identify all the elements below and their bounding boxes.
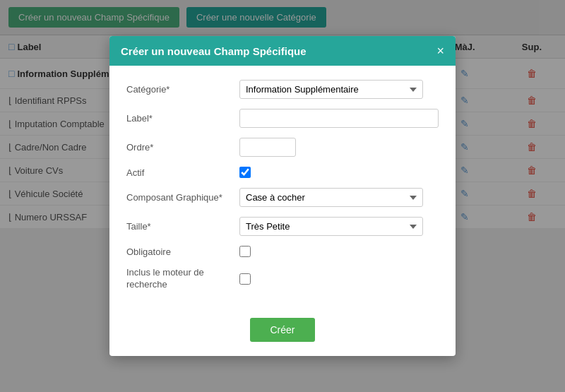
- select-taille[interactable]: Très Petite: [239, 217, 423, 229]
- select-composant[interactable]: Case à cocher: [239, 188, 423, 207]
- modal-overlay: Créer un nouveau Champ Spécifique × Caté…: [0, 0, 565, 229]
- label-composant: Composant Graphique*: [126, 192, 239, 203]
- form-row-label: Label*: [126, 109, 439, 128]
- modal-title: Créer un nouveau Champ Spécifique: [121, 45, 307, 57]
- form-row-actif: Actif: [126, 167, 439, 178]
- checkbox-actif[interactable]: [239, 167, 251, 178]
- modal-close-button[interactable]: ×: [436, 44, 444, 57]
- select-categorie[interactable]: Information Supplémentaire: [239, 80, 423, 99]
- modal: Créer un nouveau Champ Spécifique × Caté…: [109, 36, 456, 229]
- label-label: Label*: [126, 113, 239, 124]
- label-taille: Taille*: [126, 221, 239, 229]
- label-actif: Actif: [126, 167, 239, 178]
- modal-body: Catégorie* Information Supplémentaire La…: [109, 66, 456, 229]
- label-ordre: Ordre*: [126, 142, 239, 153]
- form-row-ordre: Ordre*: [126, 138, 439, 157]
- form-row-categorie: Catégorie* Information Supplémentaire: [126, 80, 439, 99]
- input-label[interactable]: [239, 109, 439, 128]
- input-ordre[interactable]: [239, 138, 296, 157]
- label-categorie: Catégorie*: [126, 84, 239, 95]
- modal-header: Créer un nouveau Champ Spécifique ×: [109, 36, 456, 66]
- form-row-taille: Taille* Très Petite: [126, 217, 439, 229]
- form-row-composant: Composant Graphique* Case à cocher: [126, 188, 439, 207]
